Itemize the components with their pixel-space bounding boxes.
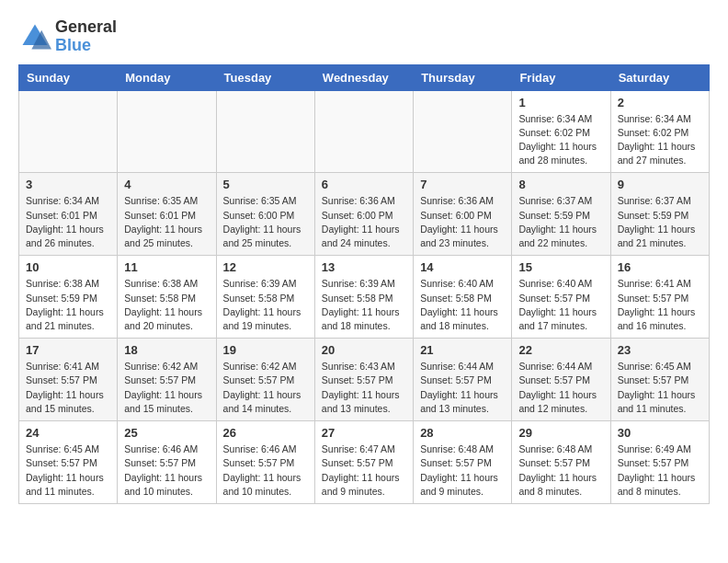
day-number: 11 [124, 260, 209, 274]
calendar-cell: 19Sunrise: 6:42 AM Sunset: 5:57 PM Dayli… [216, 339, 314, 421]
calendar-cell: 8Sunrise: 6:37 AM Sunset: 5:59 PM Daylig… [512, 173, 610, 256]
day-info: Sunrise: 6:48 AM Sunset: 5:57 PM Dayligh… [420, 442, 505, 499]
weekday-header-friday: Friday [512, 64, 610, 90]
day-number: 20 [322, 343, 406, 357]
calendar-cell: 27Sunrise: 6:47 AM Sunset: 5:57 PM Dayli… [314, 421, 413, 504]
calendar-cell [19, 90, 118, 173]
day-number: 4 [124, 178, 209, 191]
day-info: Sunrise: 6:35 AM Sunset: 6:00 PM Dayligh… [223, 194, 308, 250]
calendar-cell: 18Sunrise: 6:42 AM Sunset: 5:57 PM Dayli… [118, 339, 216, 421]
calendar-cell: 9Sunrise: 6:37 AM Sunset: 5:59 PM Daylig… [610, 173, 709, 256]
logo-text: General Blue [55, 18, 117, 55]
day-info: Sunrise: 6:39 AM Sunset: 5:58 PM Dayligh… [223, 277, 308, 333]
calendar-cell: 20Sunrise: 6:43 AM Sunset: 5:57 PM Dayli… [314, 339, 413, 421]
day-info: Sunrise: 6:40 AM Sunset: 5:57 PM Dayligh… [518, 277, 603, 333]
calendar-cell: 1Sunrise: 6:34 AM Sunset: 6:02 PM Daylig… [512, 90, 610, 173]
day-info: Sunrise: 6:38 AM Sunset: 5:58 PM Dayligh… [124, 277, 209, 333]
calendar-cell: 29Sunrise: 6:48 AM Sunset: 5:57 PM Dayli… [512, 421, 610, 504]
day-number: 17 [26, 343, 110, 357]
day-info: Sunrise: 6:40 AM Sunset: 5:58 PM Dayligh… [420, 277, 505, 333]
day-number: 21 [420, 343, 505, 357]
day-number: 15 [518, 260, 603, 274]
day-number: 2 [618, 96, 702, 109]
calendar-cell: 11Sunrise: 6:38 AM Sunset: 5:58 PM Dayli… [118, 256, 216, 339]
day-info: Sunrise: 6:48 AM Sunset: 5:57 PM Dayligh… [518, 442, 603, 499]
day-info: Sunrise: 6:45 AM Sunset: 5:57 PM Dayligh… [26, 442, 110, 499]
logo-icon [18, 20, 51, 53]
day-info: Sunrise: 6:38 AM Sunset: 5:59 PM Dayligh… [26, 277, 110, 333]
weekday-header-thursday: Thursday [414, 64, 512, 90]
day-number: 6 [322, 178, 406, 191]
calendar-cell: 23Sunrise: 6:45 AM Sunset: 5:57 PM Dayli… [610, 339, 709, 421]
day-info: Sunrise: 6:42 AM Sunset: 5:57 PM Dayligh… [124, 360, 209, 416]
calendar-cell: 21Sunrise: 6:44 AM Sunset: 5:57 PM Dayli… [414, 339, 512, 421]
day-info: Sunrise: 6:47 AM Sunset: 5:57 PM Dayligh… [322, 442, 406, 499]
calendar-table: SundayMondayTuesdayWednesdayThursdayFrid… [18, 64, 710, 504]
day-number: 18 [124, 343, 209, 357]
weekday-header-row: SundayMondayTuesdayWednesdayThursdayFrid… [19, 64, 710, 90]
day-info: Sunrise: 6:35 AM Sunset: 6:01 PM Dayligh… [124, 194, 209, 250]
calendar-cell: 24Sunrise: 6:45 AM Sunset: 5:57 PM Dayli… [19, 421, 118, 504]
day-number: 28 [420, 426, 505, 440]
day-number: 23 [618, 343, 702, 357]
calendar-cell: 25Sunrise: 6:46 AM Sunset: 5:57 PM Dayli… [118, 421, 216, 504]
day-number: 29 [518, 426, 603, 440]
day-info: Sunrise: 6:37 AM Sunset: 5:59 PM Dayligh… [618, 194, 702, 250]
calendar-week-2: 3Sunrise: 6:34 AM Sunset: 6:01 PM Daylig… [19, 173, 710, 256]
weekday-header-sunday: Sunday [19, 64, 118, 90]
day-number: 25 [124, 426, 209, 440]
weekday-header-saturday: Saturday [610, 64, 709, 90]
day-number: 5 [223, 178, 308, 191]
day-number: 30 [618, 426, 702, 440]
calendar-cell: 14Sunrise: 6:40 AM Sunset: 5:58 PM Dayli… [414, 256, 512, 339]
calendar-cell: 12Sunrise: 6:39 AM Sunset: 5:58 PM Dayli… [216, 256, 314, 339]
calendar-cell: 2Sunrise: 6:34 AM Sunset: 6:02 PM Daylig… [610, 90, 709, 173]
day-info: Sunrise: 6:39 AM Sunset: 5:58 PM Dayligh… [322, 277, 406, 333]
day-info: Sunrise: 6:36 AM Sunset: 6:00 PM Dayligh… [322, 194, 406, 250]
weekday-header-tuesday: Tuesday [216, 64, 314, 90]
calendar-cell: 22Sunrise: 6:44 AM Sunset: 5:57 PM Dayli… [512, 339, 610, 421]
calendar-cell [216, 90, 314, 173]
calendar-cell [414, 90, 512, 173]
day-info: Sunrise: 6:34 AM Sunset: 6:02 PM Dayligh… [618, 112, 702, 168]
calendar-cell: 15Sunrise: 6:40 AM Sunset: 5:57 PM Dayli… [512, 256, 610, 339]
day-info: Sunrise: 6:34 AM Sunset: 6:01 PM Dayligh… [26, 194, 110, 250]
day-number: 9 [618, 178, 702, 191]
calendar-cell: 13Sunrise: 6:39 AM Sunset: 5:58 PM Dayli… [314, 256, 413, 339]
day-number: 26 [223, 426, 308, 440]
calendar-cell [314, 90, 413, 173]
day-info: Sunrise: 6:46 AM Sunset: 5:57 PM Dayligh… [223, 442, 308, 499]
calendar-cell [118, 90, 216, 173]
page-header: General Blue [18, 18, 710, 55]
day-number: 3 [26, 178, 110, 191]
day-info: Sunrise: 6:49 AM Sunset: 5:57 PM Dayligh… [618, 442, 702, 499]
calendar-cell: 5Sunrise: 6:35 AM Sunset: 6:00 PM Daylig… [216, 173, 314, 256]
day-info: Sunrise: 6:34 AM Sunset: 6:02 PM Dayligh… [518, 112, 603, 168]
day-info: Sunrise: 6:46 AM Sunset: 5:57 PM Dayligh… [124, 442, 209, 499]
day-number: 7 [420, 178, 505, 191]
day-info: Sunrise: 6:44 AM Sunset: 5:57 PM Dayligh… [518, 360, 603, 416]
day-number: 8 [518, 178, 603, 191]
day-info: Sunrise: 6:44 AM Sunset: 5:57 PM Dayligh… [420, 360, 505, 416]
calendar-cell: 30Sunrise: 6:49 AM Sunset: 5:57 PM Dayli… [610, 421, 709, 504]
day-info: Sunrise: 6:43 AM Sunset: 5:57 PM Dayligh… [322, 360, 406, 416]
day-info: Sunrise: 6:45 AM Sunset: 5:57 PM Dayligh… [618, 360, 702, 416]
day-info: Sunrise: 6:41 AM Sunset: 5:57 PM Dayligh… [26, 360, 110, 416]
calendar-cell: 28Sunrise: 6:48 AM Sunset: 5:57 PM Dayli… [414, 421, 512, 504]
calendar-week-1: 1Sunrise: 6:34 AM Sunset: 6:02 PM Daylig… [19, 90, 710, 173]
day-number: 13 [322, 260, 406, 274]
calendar-cell: 7Sunrise: 6:36 AM Sunset: 6:00 PM Daylig… [414, 173, 512, 256]
day-number: 24 [26, 426, 110, 440]
calendar-body: 1Sunrise: 6:34 AM Sunset: 6:02 PM Daylig… [19, 90, 710, 503]
calendar-week-5: 24Sunrise: 6:45 AM Sunset: 5:57 PM Dayli… [19, 421, 710, 504]
day-info: Sunrise: 6:41 AM Sunset: 5:57 PM Dayligh… [618, 277, 702, 333]
day-number: 22 [518, 343, 603, 357]
calendar-cell: 16Sunrise: 6:41 AM Sunset: 5:57 PM Dayli… [610, 256, 709, 339]
day-number: 16 [618, 260, 702, 274]
day-number: 1 [518, 96, 603, 109]
day-info: Sunrise: 6:36 AM Sunset: 6:00 PM Dayligh… [420, 194, 505, 250]
day-info: Sunrise: 6:42 AM Sunset: 5:57 PM Dayligh… [223, 360, 308, 416]
day-number: 12 [223, 260, 308, 274]
day-number: 19 [223, 343, 308, 357]
calendar-cell: 6Sunrise: 6:36 AM Sunset: 6:00 PM Daylig… [314, 173, 413, 256]
